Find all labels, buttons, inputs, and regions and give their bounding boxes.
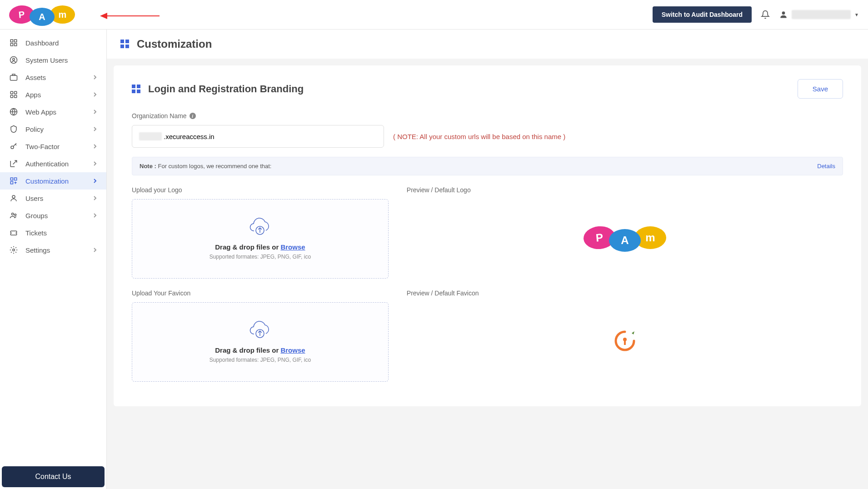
page-title: Customization (137, 38, 212, 50)
dashboard-icon (9, 38, 18, 47)
app-logo[interactable]: P A m (9, 5, 75, 24)
details-link[interactable]: Details (817, 163, 835, 170)
cloud-upload-icon (141, 218, 379, 236)
default-favicon-image (614, 329, 636, 352)
sidebar-item-system-users[interactable]: System Users (0, 51, 106, 69)
sidebar-item-assets[interactable]: Assets (0, 69, 106, 86)
org-name-label: Organization Name i (132, 112, 843, 120)
sidebar-item-label: Policy (25, 125, 44, 133)
sidebar-item-web-apps[interactable]: Web Apps (0, 103, 106, 120)
preview-logo-label: Preview / Default Logo (407, 186, 843, 194)
customization-icon (9, 176, 18, 185)
contact-us-button[interactable]: Contact Us (2, 466, 105, 487)
sidebar-item-users[interactable]: Users (0, 190, 106, 207)
groups-icon (9, 211, 18, 220)
default-logo-image: P A m (584, 226, 666, 249)
org-name-suffix: .xecureaccess.in (164, 133, 215, 140)
svg-point-17 (12, 195, 15, 198)
web-apps-icon (9, 107, 18, 116)
logo-dropzone[interactable]: Drag & drop files or Browse Supported fo… (132, 199, 389, 279)
notifications-icon[interactable] (761, 10, 770, 19)
sidebar-item-label: Two-Factor (25, 143, 60, 150)
svg-point-19 (15, 214, 16, 216)
two-factor-icon (9, 142, 18, 151)
annotation-arrow (100, 13, 160, 19)
sidebar-item-apps[interactable]: Apps (0, 86, 106, 103)
svg-rect-3 (10, 44, 13, 46)
org-name-value-redacted (139, 132, 162, 140)
sidebar-item-label: System Users (25, 56, 68, 64)
dropzone-text: Drag & drop files or Browse (141, 346, 379, 354)
save-button[interactable]: Save (798, 79, 843, 99)
svg-rect-11 (15, 95, 17, 98)
chevron-right-icon (93, 196, 97, 200)
apps-icon (9, 90, 18, 99)
sidebar-item-customization[interactable]: Customization (0, 172, 106, 190)
note-text: For custom logos, we recommend one that: (156, 163, 272, 170)
svg-rect-8 (10, 91, 13, 94)
sidebar-item-label: Apps (25, 91, 41, 99)
svg-rect-16 (10, 182, 13, 184)
browse-link[interactable]: Browse (280, 243, 305, 251)
svg-rect-10 (10, 95, 13, 98)
svg-rect-7 (10, 75, 17, 80)
card-header: Login and Registration Branding Save (132, 79, 843, 99)
svg-rect-24 (624, 340, 626, 345)
svg-rect-1 (10, 40, 13, 42)
user-menu[interactable]: ▼ (779, 10, 859, 19)
svg-point-13 (11, 146, 14, 149)
sidebar-item-label: Groups (25, 212, 48, 220)
user-icon (779, 10, 788, 19)
upload-favicon-label: Upload Your Favicon (132, 289, 389, 297)
chevron-right-icon (93, 127, 97, 131)
upload-logo-label: Upload your Logo (132, 186, 389, 194)
svg-point-0 (782, 11, 785, 15)
sidebar-item-authentication[interactable]: Authentication (0, 155, 106, 172)
dropzone-subtext: Supported formates: JPEG, PNG, GIF, ico (141, 254, 379, 260)
caret-down-icon: ▼ (854, 12, 859, 17)
tickets-icon (9, 228, 18, 237)
sidebar-item-label: Tickets (25, 229, 47, 237)
logo-ball-a: A (30, 8, 55, 26)
sidebar-item-dashboard[interactable]: Dashboard (0, 34, 106, 51)
sidebar-item-two-factor[interactable]: Two-Factor (0, 138, 106, 155)
svg-point-18 (12, 213, 14, 215)
sidebar-item-label: Assets (25, 74, 46, 81)
sidebar-item-groups[interactable]: Groups (0, 207, 106, 224)
svg-point-6 (13, 58, 15, 60)
svg-rect-15 (15, 178, 17, 180)
policy-icon (9, 125, 18, 134)
header: P A m Switch to Audit Dashboard ▼ (0, 0, 868, 30)
svg-rect-9 (15, 91, 17, 94)
favicon-dropzone[interactable]: Drag & drop files or Browse Supported fo… (132, 302, 389, 382)
dropzone-text: Drag & drop files or Browse (141, 243, 379, 251)
sidebar-item-label: Authentication (25, 160, 69, 168)
browse-link[interactable]: Browse (280, 346, 305, 354)
svg-rect-14 (10, 178, 13, 180)
preview-favicon-label: Preview / Default Favicon (407, 289, 843, 297)
favicon-preview (407, 302, 843, 379)
chevron-right-icon (93, 161, 97, 166)
system-users-icon (9, 55, 18, 65)
sidebar-item-label: Customization (25, 177, 69, 185)
sidebar-item-label: Users (25, 195, 43, 202)
branding-card: Login and Registration Branding Save Org… (114, 65, 861, 406)
page-header: Customization (107, 30, 868, 59)
svg-rect-4 (15, 44, 17, 46)
logo-note-bar: Note : For custom logos, we recommend on… (132, 157, 843, 175)
main-content: Customization Login and Registration Bra… (107, 30, 868, 489)
chevron-right-icon (93, 248, 97, 252)
sidebar-item-tickets[interactable]: Tickets (0, 224, 106, 241)
sidebar-item-settings[interactable]: Settings (0, 241, 106, 259)
sidebar-item-label: Web Apps (25, 108, 56, 116)
org-name-input[interactable]: .xecureaccess.in (132, 125, 384, 148)
sidebar-item-label: Settings (25, 246, 50, 254)
chevron-right-icon (93, 110, 97, 114)
sidebar-item-policy[interactable]: Policy (0, 120, 106, 138)
settings-icon (9, 245, 18, 254)
svg-point-20 (13, 249, 15, 251)
svg-rect-2 (15, 40, 17, 42)
info-icon[interactable]: i (190, 113, 196, 119)
dropzone-subtext: Supported formates: JPEG, PNG, GIF, ico (141, 357, 379, 363)
switch-audit-button[interactable]: Switch to Audit Dashboard (653, 6, 752, 23)
